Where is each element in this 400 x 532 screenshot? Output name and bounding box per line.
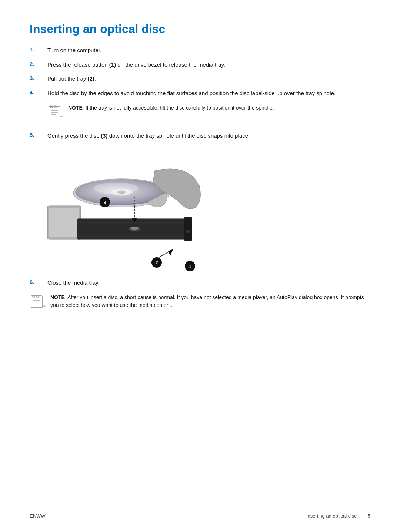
svg-text:✏: ✏ <box>60 114 64 119</box>
step-number-1: 1. <box>30 46 47 53</box>
footer-chapter-title: Inserting an optical disc <box>306 513 357 519</box>
step-text-3: Pull out the tray (2). <box>47 75 370 83</box>
svg-marker-31 <box>168 248 173 256</box>
svg-rect-0 <box>49 106 60 118</box>
svg-point-17 <box>131 227 138 230</box>
note-box-2: ✏ NOTE After you insert a disc, a short … <box>30 294 370 309</box>
svg-rect-37 <box>31 296 42 308</box>
note-1-item: ✏ NOTE If the tray is not fully accessib… <box>30 104 370 125</box>
step-4: 4. Hold the disc by the edges to avoid t… <box>30 89 370 98</box>
note-icon-2: ✏ <box>30 294 46 309</box>
svg-text:3: 3 <box>103 200 106 205</box>
svg-rect-1 <box>50 106 53 108</box>
step-text-1: Turn on the computer. <box>47 46 370 55</box>
step-text-2: Press the release button (1) on the driv… <box>47 61 370 69</box>
step-3: 3. Pull out the tray (2). <box>30 75 370 83</box>
svg-text:1: 1 <box>189 264 191 269</box>
footer-page-number: 5 <box>368 513 370 519</box>
step-5: 5. Gently press the disc (3) down onto t… <box>30 132 370 140</box>
svg-rect-18 <box>184 217 192 241</box>
footer-right: Inserting an optical disc 5 <box>306 513 370 519</box>
step-6: 6. Close the media tray. <box>30 279 370 287</box>
optical-disc-illustration: 3 2 1 <box>47 148 207 271</box>
note-label-1: NOTE <box>68 105 83 111</box>
step-number-3: 3. <box>30 75 47 81</box>
svg-point-24 <box>94 183 138 194</box>
optical-disc-image-area: 3 2 1 <box>47 148 370 271</box>
page: Inserting an optical disc 1. Turn on the… <box>0 0 400 532</box>
step-text-6: Close the media tray. <box>47 279 370 287</box>
step-number-4: 4. <box>30 89 47 96</box>
note-icon-1: ✏ <box>47 105 64 120</box>
step-1: 1. Turn on the computer. <box>30 46 370 55</box>
step-number-5: 5. <box>30 132 47 138</box>
step-number-6: 6. <box>30 279 47 285</box>
step-text-5: Gently press the disc (3) down onto the … <box>47 132 370 140</box>
footer-left: ENWW <box>30 513 46 519</box>
footer: ENWW Inserting an optical disc 5 <box>30 509 370 519</box>
svg-rect-2 <box>54 106 56 108</box>
step-number-2: 2. <box>30 61 47 67</box>
svg-rect-19 <box>186 230 190 233</box>
svg-text:✏: ✏ <box>42 304 46 308</box>
step-text-4: Hold the disc by the edges to avoid touc… <box>47 89 370 98</box>
steps-list: 1. Turn on the computer. 2. Press the re… <box>30 46 370 140</box>
step-2: 2. Press the release button (1) on the d… <box>30 61 370 69</box>
note-label-2: NOTE <box>50 294 65 300</box>
note-box-1: ✏ NOTE If the tray is not fully accessib… <box>47 104 370 125</box>
note-text-2: NOTE After you insert a disc, a short pa… <box>50 294 370 309</box>
svg-rect-9 <box>49 208 79 237</box>
note-text-1: NOTE If the tray is not fully accessible… <box>68 104 274 112</box>
svg-rect-38 <box>33 295 35 297</box>
svg-text:2: 2 <box>155 260 158 265</box>
svg-rect-39 <box>36 295 39 297</box>
page-title: Inserting an optical disc <box>30 22 370 36</box>
